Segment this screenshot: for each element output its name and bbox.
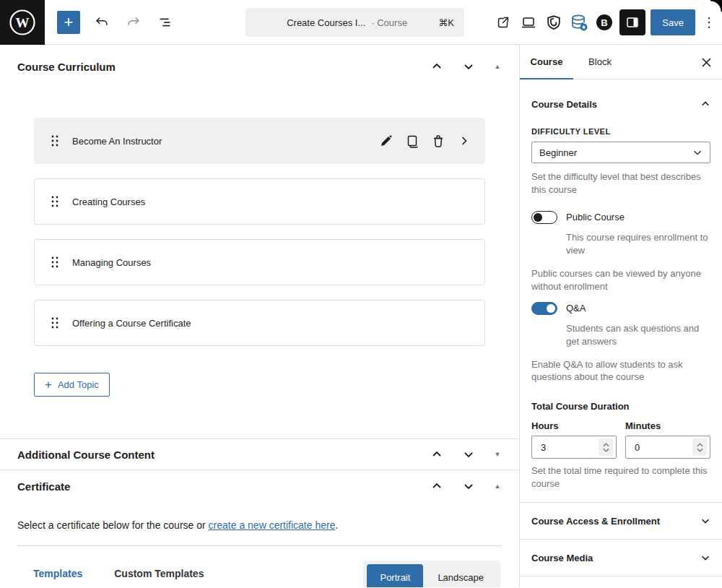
drag-handle-icon[interactable] bbox=[51, 316, 61, 330]
tab-block[interactable]: Block bbox=[573, 45, 627, 79]
options-menu-button[interactable]: ⋮ bbox=[700, 9, 718, 35]
certificate-header: Certificate ▲ bbox=[0, 470, 519, 502]
b-plugin-button[interactable]: B bbox=[594, 11, 614, 34]
expand-topic-button[interactable] bbox=[456, 132, 473, 150]
tab-custom-templates[interactable]: Custom Templates bbox=[98, 561, 219, 587]
move-up-button[interactable] bbox=[428, 477, 445, 495]
settings-panel-toggle[interactable] bbox=[619, 9, 645, 35]
hours-stepper[interactable] bbox=[599, 438, 613, 456]
tab-course[interactable]: Course bbox=[520, 45, 573, 79]
course-details-title: Course Details bbox=[531, 99, 597, 110]
minutes-label: Minutes bbox=[625, 420, 710, 431]
close-sidebar-button[interactable] bbox=[697, 53, 715, 71]
course-access-title: Course Access & Enrollment bbox=[531, 516, 660, 527]
course-details-panel-header[interactable]: Course Details bbox=[520, 87, 722, 121]
stepper-up-icon bbox=[603, 443, 609, 447]
pricing-model-panel-header[interactable]: Pricing Model bbox=[520, 576, 722, 588]
command-center-button[interactable]: Create Courses I... · Course ⌘K bbox=[245, 8, 464, 37]
topic-list: Become An Instructor Creating Courses bbox=[34, 118, 485, 346]
chevron-right-icon bbox=[458, 135, 470, 147]
trash-icon bbox=[431, 134, 445, 148]
collapse-section-button[interactable]: ▲ bbox=[492, 61, 503, 72]
document-type: · Course bbox=[371, 17, 407, 28]
qna-toggle[interactable] bbox=[531, 302, 557, 315]
public-course-toggle[interactable] bbox=[531, 211, 557, 224]
topic-row[interactable]: Offering a Course Certificate bbox=[34, 300, 485, 346]
sidebar-tabs: Course Block bbox=[520, 45, 722, 79]
topic-title: Offering a Course Certificate bbox=[72, 318, 191, 329]
minutes-stepper[interactable] bbox=[692, 438, 707, 456]
database-plugin-button[interactable] bbox=[569, 11, 589, 34]
move-up-button[interactable] bbox=[428, 58, 445, 75]
duplicate-icon bbox=[405, 134, 419, 148]
close-icon bbox=[701, 57, 712, 68]
duplicate-topic-button[interactable] bbox=[404, 132, 421, 150]
b-circle-icon: B bbox=[595, 13, 614, 32]
difficulty-help-text: Set the difficulty level that best descr… bbox=[531, 170, 710, 196]
block-inserter-button[interactable]: + bbox=[57, 11, 80, 34]
toolbar-right-group: B Save ⋮ bbox=[493, 0, 718, 45]
topic-title: Managing Courses bbox=[72, 257, 151, 268]
edit-topic-button[interactable] bbox=[378, 132, 395, 150]
certificate-divider bbox=[17, 545, 502, 546]
expand-section-button[interactable]: ▼ bbox=[492, 449, 503, 460]
guard-plugin-button[interactable] bbox=[544, 11, 564, 34]
stepper-down-icon bbox=[697, 448, 703, 452]
move-down-button[interactable] bbox=[460, 446, 477, 463]
topic-title: Creating Courses bbox=[72, 196, 145, 207]
minutes-input[interactable] bbox=[626, 442, 692, 453]
chevron-down-icon bbox=[700, 553, 710, 563]
list-view-button[interactable] bbox=[155, 11, 175, 34]
stepper-down-icon bbox=[603, 448, 609, 452]
topic-row[interactable]: Managing Courses bbox=[34, 239, 485, 285]
chevron-up-icon bbox=[431, 449, 443, 460]
editor-canvas: Course Curriculum ▲ Become An Instructor bbox=[0, 45, 520, 587]
portrait-button[interactable]: Portrait bbox=[367, 564, 423, 587]
svg-text:B: B bbox=[601, 17, 608, 28]
difficulty-level-label: DIFFICULTY LEVEL bbox=[531, 127, 710, 136]
save-button[interactable]: Save bbox=[651, 9, 695, 35]
move-up-button[interactable] bbox=[428, 446, 445, 463]
add-topic-button[interactable]: + Add Topic bbox=[34, 373, 110, 397]
wordpress-logo[interactable]: W bbox=[0, 0, 45, 45]
toolbar-left-group: + bbox=[57, 0, 175, 45]
view-post-button[interactable] bbox=[493, 11, 513, 34]
difficulty-level-value: Beginner bbox=[539, 147, 577, 158]
move-down-button[interactable] bbox=[460, 477, 477, 495]
drag-handle-icon[interactable] bbox=[51, 134, 61, 148]
difficulty-level-select[interactable]: Beginner bbox=[531, 142, 710, 163]
preview-button[interactable] bbox=[518, 11, 539, 34]
additional-content-title: Additional Course Content bbox=[17, 449, 155, 461]
toggle-knob bbox=[547, 304, 555, 313]
additional-content-header: Additional Course Content ▼ bbox=[0, 438, 519, 470]
course-access-panel-header[interactable]: Course Access & Enrollment bbox=[520, 503, 722, 539]
topic-title: Become An Instructor bbox=[72, 136, 162, 147]
editor-window: W + Create Courses I... · Course ⌘K bbox=[0, 0, 722, 588]
minutes-input-wrap bbox=[625, 436, 710, 459]
chevron-up-icon bbox=[431, 61, 443, 72]
hours-input-wrap bbox=[531, 436, 617, 459]
undo-button[interactable] bbox=[92, 11, 112, 34]
document-title: Create Courses I... bbox=[287, 17, 365, 28]
chevron-up-icon bbox=[431, 480, 443, 492]
toggle-knob bbox=[534, 213, 542, 222]
svg-text:W: W bbox=[16, 15, 30, 30]
topic-row[interactable]: Become An Instructor bbox=[34, 118, 485, 164]
redo-button[interactable] bbox=[123, 11, 144, 34]
tab-templates[interactable]: Templates bbox=[17, 561, 98, 587]
move-down-button[interactable] bbox=[460, 58, 477, 75]
landscape-button[interactable]: Landscape bbox=[425, 564, 497, 587]
course-media-panel-header[interactable]: Course Media bbox=[520, 540, 722, 576]
delete-topic-button[interactable] bbox=[430, 132, 447, 150]
collapse-section-button[interactable]: ▲ bbox=[492, 480, 503, 492]
plus-icon: + bbox=[45, 379, 52, 391]
topic-row[interactable]: Creating Courses bbox=[34, 178, 485, 225]
duration-help-text: Set the total time required to complete … bbox=[531, 464, 710, 490]
shield-g-icon bbox=[546, 14, 562, 30]
create-certificate-link[interactable]: create a new certificate here bbox=[209, 519, 336, 531]
command-shortcut: ⌘K bbox=[438, 17, 454, 28]
course-curriculum-title: Course Curriculum bbox=[17, 61, 116, 73]
hours-input[interactable] bbox=[532, 442, 599, 453]
drag-handle-icon[interactable] bbox=[51, 255, 61, 269]
drag-handle-icon[interactable] bbox=[51, 194, 61, 209]
